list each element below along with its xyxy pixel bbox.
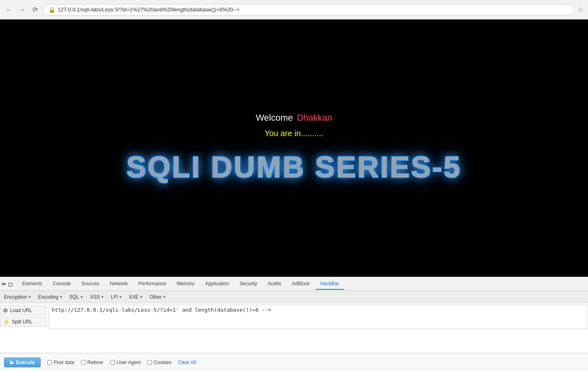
hackbar-actions: ⚙ Load URL ⚡ Split URL [0,305,49,351]
load-url-button[interactable]: ⚙ Load URL [0,306,46,315]
tab-performance[interactable]: Performance [133,278,171,290]
tab-security[interactable]: Security [235,278,262,290]
cookies-checkbox-label[interactable]: Cookies [147,360,171,365]
tab-hackbar[interactable]: HackBar [316,278,344,290]
lfi-label: LFI [111,294,118,300]
address-bar[interactable]: 🔒 127.0.0.1/sqli-labs/Less-5/?id=1%27%20… [43,4,574,15]
encryption-chevron: ▼ [28,295,32,299]
load-url-icon: ⚙ [3,307,8,314]
xss-chevron: ▼ [101,295,105,299]
tab-memory[interactable]: Memory [172,278,199,290]
useragent-label: User Agent [117,360,141,365]
welcome-label: Welcome [256,113,293,123]
split-url-icon: ⚡ [3,319,10,325]
hackbar-toolbar: Encryption ▼ Encoding ▼ SQL ▼ XSS ▼ LFI … [0,291,588,303]
other-menu[interactable]: Other ▼ [147,293,169,301]
referer-label: Referer [87,360,104,365]
tab-adblock[interactable]: AdBlock [287,278,315,290]
postdata-checkbox[interactable] [47,360,52,365]
other-chevron: ▼ [163,295,166,299]
sql-chevron: ▼ [80,295,84,299]
devtools-icons: ✏ ◻ [2,281,13,287]
tab-sources[interactable]: Sources [76,278,104,290]
xxe-menu[interactable]: XXE ▼ [126,293,146,301]
tab-network[interactable]: Network [105,278,133,290]
main-content: Welcome Dhakkan You are in.......... SQL… [0,20,588,277]
back-button[interactable]: ← [4,5,14,15]
clear-all-button[interactable]: Clear All [178,360,196,365]
postdata-checkbox-label[interactable]: Post data [47,360,74,365]
encryption-menu[interactable]: Encryption ▼ [2,293,34,301]
devtools-tabs: ✏ ◻ Elements Console Sources Network Per… [0,277,588,291]
split-url-label: Split URL [12,319,33,325]
lfi-menu[interactable]: LFI ▼ [108,293,124,301]
cookies-checkbox[interactable] [147,360,152,365]
execute-label: Execute [16,360,35,365]
xss-label: XSS [90,294,100,300]
referer-checkbox[interactable] [81,360,86,365]
lfi-chevron: ▼ [119,295,122,299]
inspect-icon[interactable]: ✏ [2,281,7,287]
encoding-label: Encoding [38,294,59,300]
xss-menu[interactable]: XSS ▼ [88,293,107,301]
forward-button[interactable]: → [17,5,27,15]
tab-audits[interactable]: Audits [263,278,286,290]
execute-button[interactable]: ▶ Execute [4,358,41,367]
welcome-name: Dhakkan [297,113,332,123]
split-url-button[interactable]: ⚡ Split URL [0,317,46,327]
encoding-menu[interactable]: Encoding ▼ [36,293,65,301]
execute-icon: ▶ [10,360,14,365]
xxe-chevron: ▼ [139,295,143,299]
bookmark-button[interactable]: ☆ [577,5,584,14]
browser-chrome: ← → ⟳ 🔒 127.0.0.1/sqli-labs/Less-5/?id=1… [0,0,588,20]
url-input[interactable] [49,305,588,329]
page-title: SQLI DUMB SERIES-5 [126,150,462,184]
load-url-label: Load URL [10,308,32,313]
encoding-chevron: ▼ [59,295,63,299]
tab-console[interactable]: Console [48,278,76,290]
useragent-checkbox[interactable] [110,360,115,365]
other-label: Other [150,294,162,300]
url-text: 127.0.0.1/sqli-labs/Less-5/?id=1%27%20an… [58,7,240,13]
sql-label: SQL [70,294,79,300]
hackbar-bottom: ▶ Execute Post data Referer User Agent C… [0,353,588,371]
device-icon[interactable]: ◻ [8,281,13,287]
hackbar-url-section: ⚙ Load URL ⚡ Split URL [0,303,588,353]
useragent-checkbox-label[interactable]: User Agent [110,360,141,365]
referer-checkbox-label[interactable]: Referer [81,360,104,365]
devtools-panel: ✏ ◻ Elements Console Sources Network Per… [0,277,588,371]
welcome-line: Welcome Dhakkan [256,113,332,126]
encryption-label: Encryption [4,294,27,300]
tab-application[interactable]: Application [200,278,234,290]
postdata-label: Post data [54,360,74,365]
cookies-label: Cookies [154,360,171,365]
tab-elements[interactable]: Elements [17,278,47,290]
url-textarea-container [49,305,588,351]
you-are-in-text: You are in.......... [265,129,324,138]
sql-menu[interactable]: SQL ▼ [67,293,86,301]
xxe-label: XXE [129,294,139,300]
reload-button[interactable]: ⟳ [30,5,40,15]
